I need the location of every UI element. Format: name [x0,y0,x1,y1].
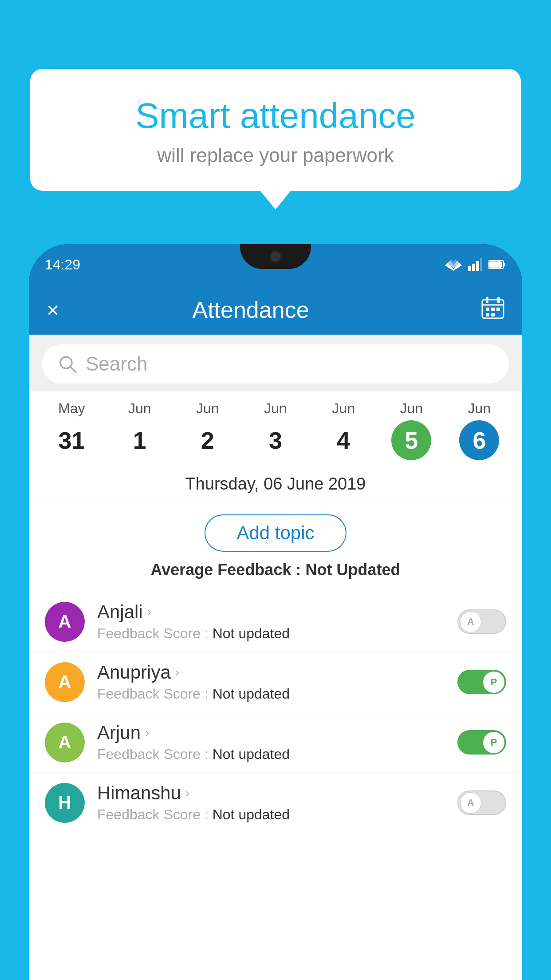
chevron-icon: › [175,665,179,680]
status-time: 14:29 [45,257,80,273]
speech-bubble: Smart attendance will replace your paper… [30,69,521,191]
svg-rect-5 [476,261,479,271]
toggle-knob: A [460,792,481,814]
svg-rect-18 [491,313,495,316]
speech-bubble-title: Smart attendance [66,95,485,136]
search-icon [58,355,77,373]
date-item-6[interactable]: Jun6 [455,400,504,460]
feedback-value: Not updated [213,625,290,641]
search-bar[interactable]: Search [42,344,509,383]
attendance-toggle[interactable]: P [457,670,506,694]
toggle-container[interactable]: P [457,670,506,694]
date-number[interactable]: 5 [391,420,431,460]
svg-rect-15 [491,308,495,311]
student-name: Arjun › [97,722,445,743]
phone-content: Search May31Jun1Jun2Jun3Jun4Jun5Jun6 Thu… [29,335,522,980]
svg-rect-11 [486,297,488,303]
toggle-container[interactable]: A [457,790,506,815]
student-name: Anupriya › [97,662,445,683]
toggle-container[interactable]: P [457,730,506,755]
date-number[interactable]: 2 [188,420,228,460]
student-feedback: Feedback Score : Not updated [97,625,445,642]
speech-bubble-subtitle: will replace your paperwork [66,144,485,166]
date-number[interactable]: 6 [459,420,499,460]
average-feedback: Average Feedback : Not Updated [29,561,522,592]
date-item-5[interactable]: Jun5 [387,400,436,460]
avg-feedback-value: Not Updated [305,561,400,579]
toggle-knob: P [483,732,504,753]
attendance-toggle[interactable]: A [457,790,506,815]
app-bar: × Attendance [29,285,522,335]
signal-icon [468,258,482,271]
avatar: A [45,662,85,702]
student-info: Arjun ›Feedback Score : Not updated [97,722,445,763]
svg-rect-4 [472,264,475,271]
student-info: Anjali ›Feedback Score : Not updated [97,601,445,642]
battery-icon [488,260,506,269]
date-month: Jun [332,400,355,417]
student-item-0[interactable]: AAnjali ›Feedback Score : Not updatedA [29,592,522,652]
date-item-4[interactable]: Jun4 [319,400,368,460]
toggle-knob: A [460,611,481,632]
student-info: Himanshu ›Feedback Score : Not updated [97,782,445,823]
toggle-container[interactable]: A [457,609,506,634]
date-month: Jun [468,400,491,417]
svg-rect-17 [486,313,489,316]
date-month: Jun [400,400,423,417]
svg-rect-8 [504,263,505,266]
date-month: May [58,400,85,417]
svg-rect-9 [489,261,502,268]
svg-rect-3 [468,266,471,271]
date-number[interactable]: 1 [120,420,160,460]
calendar-icon[interactable] [481,296,504,324]
camera [269,250,282,263]
speech-bubble-container: Smart attendance will replace your paper… [30,69,521,191]
date-number[interactable]: 4 [323,420,363,460]
attendance-toggle[interactable]: A [457,609,506,634]
student-item-2[interactable]: AArjun ›Feedback Score : Not updatedP [29,712,522,773]
chevron-icon: › [147,605,151,619]
date-item-0[interactable]: May31 [47,400,96,460]
svg-rect-16 [496,308,500,311]
avatar: A [45,602,85,642]
student-list: AAnjali ›Feedback Score : Not updatedAAA… [29,592,522,833]
svg-rect-6 [480,258,482,271]
svg-rect-14 [486,308,489,311]
phone-notch [240,244,311,269]
date-strip: May31Jun1Jun2Jun3Jun4Jun5Jun6 [29,391,522,465]
search-input[interactable]: Search [86,353,147,375]
date-item-1[interactable]: Jun1 [115,400,164,460]
date-number[interactable]: 3 [256,420,295,460]
student-name: Himanshu › [97,782,445,804]
chevron-icon: › [185,786,189,800]
svg-line-20 [71,367,76,372]
date-item-2[interactable]: Jun2 [183,400,232,460]
svg-rect-12 [497,297,500,303]
student-item-3[interactable]: HHimanshu ›Feedback Score : Not updatedA [29,773,522,833]
date-item-3[interactable]: Jun3 [251,400,300,460]
date-month: Jun [128,400,151,417]
student-feedback: Feedback Score : Not updated [97,746,445,763]
date-month: Jun [264,400,287,417]
avg-feedback-label: Average Feedback : [151,561,306,579]
toggle-knob: P [483,672,504,693]
selected-date-label: Thursday, 06 June 2019 [29,465,522,501]
avatar: A [45,723,85,763]
status-icons [445,258,506,271]
attendance-toggle[interactable]: P [457,730,506,755]
add-topic-button[interactable]: Add topic [205,514,346,552]
feedback-value: Not updated [213,806,290,822]
phone-frame: 14:29 [29,244,522,980]
feedback-value: Not updated [213,686,290,702]
close-button[interactable]: × [47,298,59,322]
search-bar-container: Search [29,335,522,391]
date-number[interactable]: 31 [52,420,92,460]
feedback-value: Not updated [213,746,290,762]
date-month: Jun [196,400,219,417]
avatar: H [45,783,85,823]
student-item-1[interactable]: AAnupriya ›Feedback Score : Not updatedP [29,652,522,712]
app-bar-title: Attendance [77,296,425,323]
student-feedback: Feedback Score : Not updated [97,806,445,823]
wifi-icon [445,258,462,271]
calendar-svg [481,296,504,319]
